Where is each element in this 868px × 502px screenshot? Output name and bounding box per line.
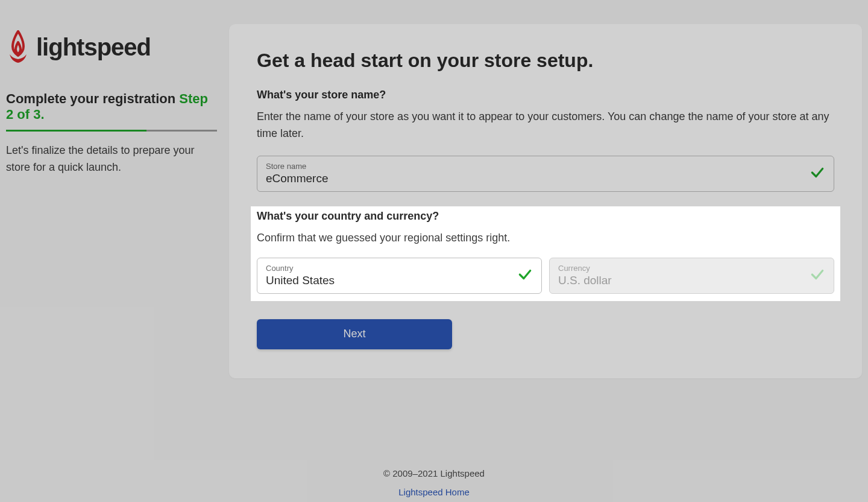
currency-field-label: Currency [558,264,824,273]
flame-icon [6,30,30,64]
country-field[interactable]: Country United States [257,258,542,294]
currency-value: U.S. dollar [558,274,824,287]
brand-name: lightspeed [36,34,151,61]
copyright: © 2009–2021 Lightspeed [0,468,868,478]
check-icon [517,267,533,285]
registration-title-prefix: Complete your registration [6,91,175,106]
page-title: Get a head start on your store setup. [257,49,834,72]
store-name-value: eCommerce [266,172,824,185]
region-description: Confirm that we guessed your regional se… [257,230,834,247]
sidebar: lightspeed Complete your registration St… [6,24,217,378]
store-name-label: What's your store name? [257,89,834,101]
currency-field[interactable]: Currency U.S. dollar [549,258,834,294]
registration-title: Complete your registration Step 2 of 3. [6,91,217,122]
home-link[interactable]: Lightspeed Home [0,487,868,497]
progress-fill [6,130,146,132]
country-value: United States [266,274,532,287]
setup-card: Get a head start on your store setup. Wh… [229,24,862,378]
store-name-field[interactable]: Store name eCommerce [257,156,834,192]
store-name-description: Enter the name of your store as you want… [257,109,834,142]
brand-logo: lightspeed [6,30,217,64]
next-button[interactable]: Next [257,319,452,349]
section-store-name: What's your store name? Enter the name o… [257,89,834,192]
section-region: What's your country and currency? Confir… [257,210,834,294]
footer: © 2009–2021 Lightspeed Lightspeed Home [0,468,868,497]
check-icon [810,267,825,285]
progress-bar [6,130,217,132]
registration-description: Let's finalize the details to prepare yo… [6,142,217,176]
check-icon [810,165,825,183]
region-label: What's your country and currency? [257,210,834,223]
store-name-field-label: Store name [266,162,824,171]
country-field-label: Country [266,264,532,273]
